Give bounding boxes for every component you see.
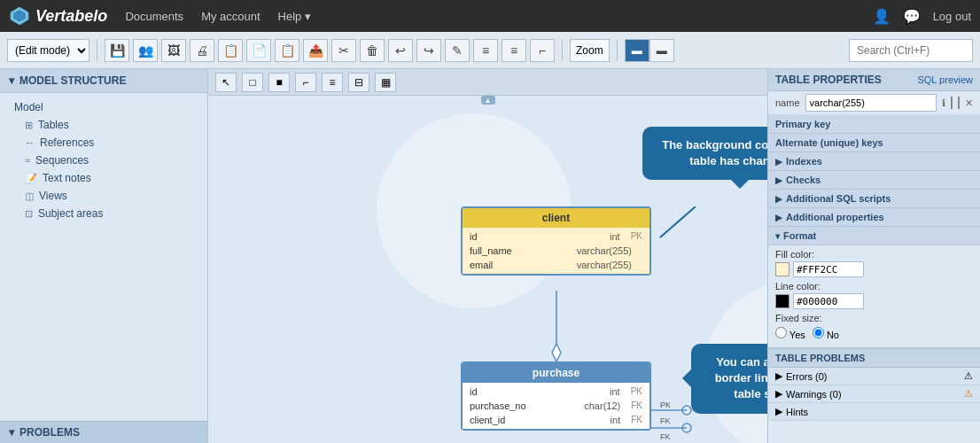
nav-documents[interactable]: Documents bbox=[125, 10, 183, 23]
collapse-icon-2: ▾ bbox=[9, 426, 14, 439]
svg-text:PK: PK bbox=[660, 400, 671, 409]
doc-button[interactable]: 📄 bbox=[246, 39, 271, 62]
alt-color-swatch[interactable] bbox=[958, 97, 960, 109]
list-tool[interactable]: ⊟ bbox=[348, 73, 369, 92]
undo-button[interactable]: ↩ bbox=[388, 39, 413, 62]
logo[interactable]: Vertabelo bbox=[9, 5, 107, 27]
logo-icon bbox=[9, 5, 30, 27]
edit-button[interactable]: ✎ bbox=[445, 39, 470, 62]
mode-select[interactable]: (Edit mode) bbox=[7, 39, 89, 62]
corner-button[interactable]: ⌐ bbox=[530, 39, 555, 62]
fill-color-box[interactable] bbox=[775, 262, 789, 276]
model-structure-header[interactable]: ▾ MODEL STRUCTURE bbox=[0, 69, 207, 93]
fill-color-input[interactable] bbox=[793, 261, 864, 277]
section-additional-props[interactable]: ▶ Additional properties bbox=[768, 208, 980, 227]
warnings-row[interactable]: ▶ Warnings (0) ⚠ bbox=[768, 385, 980, 403]
main-toolbar: (Edit mode) 💾 👥 🖼 🖨 📋 📄 📋 📤 ✂ 🗑 ↩ ↪ ✎ ≡ … bbox=[0, 32, 980, 69]
rect-select-tool[interactable]: □ bbox=[242, 73, 263, 92]
sidebar-item-sequences[interactable]: ≈ Sequences bbox=[0, 152, 207, 169]
close-icon[interactable]: ✕ bbox=[965, 97, 973, 109]
warnings-icon: ⚠ bbox=[964, 388, 973, 400]
fixed-size-row: Fixed size: Yes No bbox=[775, 313, 973, 340]
top-nav: Vertabelo Documents My account Help ▾ 👤 … bbox=[0, 0, 980, 32]
yes-radio[interactable] bbox=[775, 327, 787, 338]
sidebar-item-tables[interactable]: ⊞ Tables bbox=[0, 116, 207, 134]
sql-preview-button[interactable]: SQL preview bbox=[917, 74, 973, 85]
errors-arrow: ▶ bbox=[775, 370, 782, 382]
problems-section[interactable]: ▾ PROBLEMS bbox=[0, 421, 207, 443]
fixed-size-label: Fixed size: bbox=[775, 313, 973, 323]
user-icon[interactable]: 👤 bbox=[873, 8, 891, 25]
section-alternate-keys[interactable]: Alternate (unique) keys bbox=[768, 134, 980, 152]
nav-help[interactable]: Help ▾ bbox=[278, 10, 311, 23]
collapse-icon: ▾ bbox=[9, 74, 14, 87]
main-area: ▾ MODEL STRUCTURE Model ⊞ Tables ↔ Refer… bbox=[0, 69, 980, 443]
format-content: Fill color: Line color: Fixed size: bbox=[768, 245, 980, 347]
grid-tool[interactable]: ▦ bbox=[375, 73, 396, 92]
save-button[interactable]: 💾 bbox=[105, 39, 129, 62]
delete-button[interactable]: 🗑 bbox=[360, 39, 385, 62]
problems-header: TABLE PROBLEMS bbox=[768, 347, 980, 368]
table-row: client_id int FK bbox=[463, 413, 649, 427]
list-button[interactable]: ≡ bbox=[473, 39, 498, 62]
checks-label: Checks bbox=[786, 175, 821, 185]
logout-button[interactable]: Log out bbox=[933, 10, 971, 23]
copy-button[interactable]: 📋 bbox=[275, 39, 299, 62]
purchase-table-header: purchase bbox=[463, 363, 649, 383]
print-button[interactable]: 🖨 bbox=[190, 39, 214, 62]
tooltip-2-text: You can also modify the border line colo… bbox=[715, 355, 767, 400]
hints-label: Hints bbox=[786, 407, 808, 417]
sidebar-item-views[interactable]: ◫ Views bbox=[0, 187, 207, 205]
svg-point-6 bbox=[682, 406, 691, 415]
zoom-control[interactable]: Zoom bbox=[570, 39, 610, 62]
export-button[interactable]: 📤 bbox=[303, 39, 328, 62]
errors-row[interactable]: ▶ Errors (0) ⚠ bbox=[768, 368, 980, 385]
line-color-box[interactable] bbox=[775, 294, 789, 308]
views-label: Views bbox=[39, 190, 67, 202]
section-format[interactable]: ▾ Format bbox=[768, 227, 980, 245]
sidebar-item-model[interactable]: Model bbox=[0, 98, 207, 116]
no-radio[interactable] bbox=[813, 327, 824, 338]
subjectareas-icon: ⊡ bbox=[25, 208, 33, 220]
nav-myaccount[interactable]: My account bbox=[201, 10, 260, 23]
multi-tool[interactable]: ≡ bbox=[322, 73, 343, 92]
user-button[interactable]: 👥 bbox=[133, 39, 158, 62]
sidebar-item-references[interactable]: ↔ References bbox=[0, 134, 207, 152]
redo-button[interactable]: ↪ bbox=[416, 39, 441, 62]
sidebar-item-subjectareas[interactable]: ⊡ Subject areas bbox=[0, 205, 207, 222]
table-tool[interactable]: ■ bbox=[268, 73, 290, 92]
no-radio-label: No bbox=[813, 327, 839, 340]
section-additional-sql[interactable]: ▶ Additional SQL scripts bbox=[768, 190, 980, 208]
hints-row[interactable]: ▶ Hints bbox=[768, 403, 980, 421]
section-indexes[interactable]: ▶ Indexes bbox=[768, 152, 980, 171]
search-input[interactable] bbox=[849, 39, 973, 62]
select-tool[interactable]: ↖ bbox=[215, 73, 237, 92]
canvas-area[interactable]: ↖ □ ■ ⌐ ≡ ⊟ ▦ ▲ client id int PK full_na… bbox=[208, 69, 767, 443]
name-input[interactable] bbox=[805, 94, 937, 112]
line-color-row: Line color: bbox=[775, 281, 973, 309]
client-table-body: id int PK full_name varchar(255) email v… bbox=[463, 228, 649, 274]
section-checks[interactable]: ▶ Checks bbox=[768, 171, 980, 190]
purchase-table[interactable]: purchase id int PK purchase_no char(12) … bbox=[461, 361, 651, 431]
cut-button[interactable]: ✂ bbox=[331, 39, 356, 62]
info-icon[interactable]: ℹ bbox=[942, 97, 945, 109]
sequences-label: Sequences bbox=[35, 154, 89, 167]
pk-label: Primary key bbox=[775, 119, 830, 129]
additional-props-label: Additional properties bbox=[786, 212, 884, 222]
list2-button[interactable]: ≡ bbox=[502, 39, 526, 62]
color-swatch[interactable] bbox=[951, 97, 953, 109]
image-button[interactable]: 🖼 bbox=[161, 39, 186, 62]
client-table[interactable]: client id int PK full_name varchar(255) … bbox=[461, 206, 651, 276]
view-btn-2[interactable]: ▬ bbox=[649, 39, 674, 62]
sidebar-item-textnotes[interactable]: 📝 Text notes bbox=[0, 169, 207, 187]
references-icon: ↔ bbox=[25, 137, 35, 148]
corner-tool[interactable]: ⌐ bbox=[295, 73, 316, 92]
problems-title: TABLE PROBLEMS bbox=[775, 353, 865, 363]
chat-icon[interactable]: 💬 bbox=[903, 8, 921, 25]
clipboard-button[interactable]: 📋 bbox=[218, 39, 243, 62]
section-primary-key[interactable]: Primary key bbox=[768, 115, 980, 134]
left-sidebar: ▾ MODEL STRUCTURE Model ⊞ Tables ↔ Refer… bbox=[0, 69, 208, 443]
line-color-input[interactable] bbox=[793, 293, 864, 309]
right-panel: TABLE PROPERTIES SQL preview name ℹ ✕ Pr… bbox=[767, 69, 980, 443]
view-btn-1[interactable]: ▬ bbox=[625, 39, 649, 62]
